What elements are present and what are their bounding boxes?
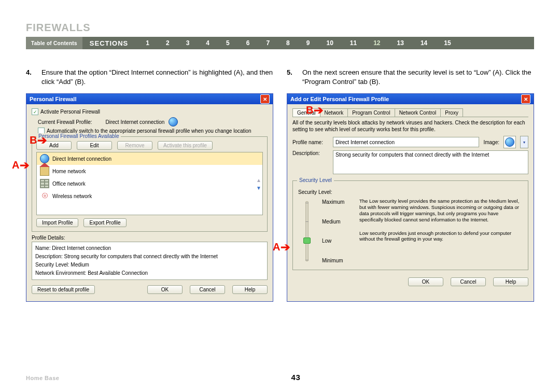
section-11[interactable]: 11 xyxy=(342,39,365,47)
scroll-arrows[interactable]: ▲▼ xyxy=(256,177,261,191)
add-button[interactable]: Add xyxy=(36,141,72,150)
step-5-number: 5. xyxy=(287,68,302,86)
description-label: Description: xyxy=(292,150,329,156)
window-title: Personal Firewall xyxy=(30,96,76,102)
edit-button[interactable]: Edit xyxy=(77,141,112,150)
cancel-button[interactable]: Cancel xyxy=(190,285,225,294)
toc-link[interactable]: Table of Contents xyxy=(26,37,82,49)
section-15[interactable]: 15 xyxy=(436,39,459,47)
section-6[interactable]: 6 xyxy=(238,39,258,47)
list-item-direct[interactable]: Direct Internet connection xyxy=(37,152,262,165)
profile-details: Name: Direct Internet connection Descrip… xyxy=(32,242,268,280)
tab-network-control[interactable]: Network Control xyxy=(395,108,441,117)
section-bar: Table of Contents SECTIONS 1 2 3 4 5 6 7… xyxy=(26,37,534,49)
level-maximum: Maximum xyxy=(322,199,353,205)
image-dropdown[interactable]: ▾ xyxy=(520,136,528,148)
section-12[interactable]: 12 xyxy=(365,39,388,47)
activate-checkbox[interactable]: ✓ Activate Personal Firewall xyxy=(32,108,268,115)
detail-security: Security Level: Medium xyxy=(35,261,264,269)
help-button[interactable]: Help xyxy=(493,277,528,286)
detail-desc: Description: Strong security for compute… xyxy=(35,253,264,261)
section-14[interactable]: 14 xyxy=(412,39,436,47)
current-profile-value: Direct Internet connection xyxy=(105,119,164,125)
level-desc-upper: The Low security level provides the same… xyxy=(359,198,523,223)
list-item-label: Home network xyxy=(52,169,86,174)
detail-env: Network Environment: Best Available Conn… xyxy=(35,269,264,277)
screenshot-1: Personal Firewall ✕ ✓ Activate Personal … xyxy=(26,93,273,302)
section-2[interactable]: 2 xyxy=(158,39,178,47)
export-profile-button[interactable]: Export Profile xyxy=(83,218,126,227)
detail-name: Name: Direct Internet connection xyxy=(35,244,264,253)
help-button[interactable]: Help xyxy=(232,285,268,294)
window-titlebar: Personal Firewall ✕ xyxy=(26,94,273,104)
tab-general[interactable]: General xyxy=(292,108,320,117)
screenshot-2: Add or Edit Personal Firewall Profile ✕ … xyxy=(287,93,534,302)
step-4-text: Ensure that the option “Direct Internet … xyxy=(41,68,273,86)
section-8[interactable]: 8 xyxy=(278,39,298,47)
reset-button[interactable]: Reset to default profile xyxy=(32,285,95,294)
security-note: All of the security levels block attacks… xyxy=(292,119,528,133)
section-9[interactable]: 9 xyxy=(298,39,318,47)
close-icon[interactable]: ✕ xyxy=(521,94,530,104)
section-7[interactable]: 7 xyxy=(258,39,278,47)
level-low: Low xyxy=(322,238,353,244)
globe-icon xyxy=(169,117,178,127)
tab-bar: General Network Program Control Network … xyxy=(292,108,528,117)
cancel-button[interactable]: Cancel xyxy=(451,277,486,286)
list-item-label: Office network xyxy=(52,181,86,187)
globe-icon xyxy=(505,137,514,147)
profile-name-input[interactable]: Direct Internet connection xyxy=(333,137,479,147)
activate-profile-button: Activate this profile xyxy=(158,141,213,150)
section-5[interactable]: 5 xyxy=(218,39,238,47)
description-input[interactable]: Strong security for computers that conne… xyxy=(333,150,528,174)
image-label: Image: xyxy=(483,139,499,145)
security-level-legend: Security Level xyxy=(297,177,334,183)
profile-list[interactable]: Direct Internet connection Home network … xyxy=(36,152,263,215)
list-item-wireless[interactable]: ⦾ Wireless network xyxy=(37,190,262,202)
tab-program-control[interactable]: Program Control xyxy=(347,108,395,117)
activate-label: Activate Personal Firewall xyxy=(40,109,100,115)
footer-brand: Home Base xyxy=(26,375,59,381)
profiles-legend: Personal Firewall Profiles Available xyxy=(36,133,121,139)
tab-network[interactable]: Network xyxy=(320,108,348,117)
section-13[interactable]: 13 xyxy=(389,39,412,47)
step-4-number: 4. xyxy=(26,68,41,86)
list-item-home[interactable]: Home network xyxy=(37,165,262,177)
section-3[interactable]: 3 xyxy=(178,39,198,47)
remove-button: Remove xyxy=(117,141,152,150)
page-footer: Home Base 43 . xyxy=(26,373,534,382)
section-1[interactable]: 1 xyxy=(137,39,158,47)
slider-thumb-icon xyxy=(303,237,311,244)
ok-button[interactable]: OK xyxy=(408,277,443,286)
page-number: 43 xyxy=(291,373,301,382)
import-profile-button[interactable]: Import Profile xyxy=(36,218,78,227)
step-4: 4. Ensure that the option “Direct Intern… xyxy=(26,68,273,86)
window-title: Add or Edit Personal Firewall Profile xyxy=(290,96,389,102)
window-titlebar: Add or Edit Personal Firewall Profile ✕ xyxy=(287,94,534,104)
ok-button[interactable]: OK xyxy=(147,285,183,294)
section-10[interactable]: 10 xyxy=(318,39,341,47)
image-selector[interactable] xyxy=(503,136,516,148)
list-item-label: Direct Internet connection xyxy=(52,156,111,162)
step-5-text: On the next screen ensure that the secur… xyxy=(302,68,534,86)
profile-name-label: Profile name: xyxy=(292,139,329,145)
profiles-fieldset: Personal Firewall Profiles Available Add… xyxy=(32,136,268,232)
step-5: 5. On the next screen ensure that the se… xyxy=(287,68,534,86)
wifi-icon: ⦾ xyxy=(40,192,49,200)
house-icon xyxy=(40,166,49,176)
page-title: FIREWALLS xyxy=(26,22,534,34)
security-level-fieldset: Security Level Security Level: – – – Max… xyxy=(292,180,528,270)
level-desc-low: Low security provides just enough protec… xyxy=(359,230,523,243)
profile-details-label: Profile Details: xyxy=(32,235,268,241)
close-icon[interactable]: ✕ xyxy=(260,94,270,104)
tab-proxy[interactable]: Proxy xyxy=(440,108,463,117)
current-profile-label: Current Firewall Profile: xyxy=(38,119,92,125)
list-item-office[interactable]: Office network xyxy=(37,177,262,190)
security-level-label: Security Level: xyxy=(298,189,523,195)
security-slider[interactable]: – – – xyxy=(298,198,316,264)
section-4[interactable]: 4 xyxy=(198,39,218,47)
office-icon xyxy=(40,179,49,188)
level-medium: Medium xyxy=(322,219,353,225)
globe-icon xyxy=(40,154,49,163)
level-minimum: Minimum xyxy=(322,258,353,263)
